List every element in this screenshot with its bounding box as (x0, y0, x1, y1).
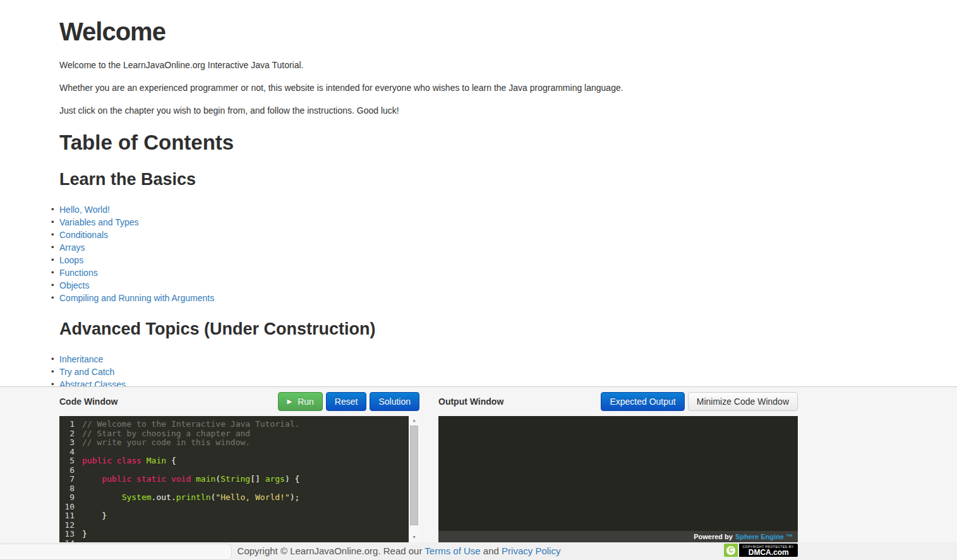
toc-link[interactable]: Conditionals (59, 230, 108, 240)
list-item: Inheritance (59, 353, 798, 366)
copyright-prefix: Copyright © LearnJavaOnline.org. Read ou… (238, 545, 425, 556)
code-token (191, 474, 196, 484)
solution-button[interactable]: Solution (370, 392, 419, 411)
code-token: class (117, 456, 141, 465)
code-line: // Start by choosing a chapter and (82, 429, 409, 439)
code-token: { (166, 456, 176, 465)
toc-link[interactable]: Objects (59, 280, 89, 290)
code-line: public class Main { (82, 456, 409, 466)
output-window: Powered by Sphere Engine ™ (438, 416, 798, 542)
line-number: 11 (59, 511, 75, 521)
terms-of-use-link[interactable]: Terms of Use (424, 545, 480, 556)
basics-list: Hello, World!Variables and TypesConditio… (59, 203, 798, 304)
line-number: 13 (59, 530, 75, 539)
code-line: System.out.println("Hello, World!"); (82, 493, 409, 503)
line-number: 5 (59, 456, 75, 466)
toc-link[interactable]: Inheritance (59, 354, 103, 364)
code-token: // write your code in this window. (82, 438, 250, 447)
line-number: 1 (59, 420, 75, 429)
powered-by-label: Powered by (694, 533, 733, 540)
minimize-code-window-button[interactable]: Minimize Code Window (688, 392, 798, 411)
code-line (82, 503, 409, 512)
toc-link[interactable]: Try and Catch (59, 367, 114, 377)
toc-link[interactable]: Hello, World! (59, 205, 110, 215)
list-item: Loops (59, 254, 798, 266)
code-line (82, 484, 409, 494)
list-item: Variables and Types (59, 216, 798, 229)
code-token (131, 474, 136, 484)
line-number: 12 (59, 521, 75, 530)
code-line: } (82, 511, 409, 521)
run-button[interactable]: ▶Run (278, 392, 322, 411)
list-item: Conditionals (59, 229, 798, 241)
dmca-badge[interactable]: C COPYRIGHT PROTECTED BY: DMCA.com (724, 544, 798, 557)
code-token: System (122, 492, 152, 502)
footer: Copyright © LearnJavaOnline.org. Read ou… (0, 542, 957, 560)
toc-link[interactable]: Compiling and Running with Arguments (59, 293, 214, 303)
code-token: public (82, 456, 112, 465)
code-token: println (176, 492, 211, 502)
code-token: ); (290, 492, 300, 502)
main-content: Welcome Welcome to the LearnJavaOnline.o… (0, 0, 798, 429)
code-token: public (102, 474, 131, 484)
code-token: // Start by choosing a chapter and (82, 429, 250, 438)
code-panel: Code Window ▶Run Reset Solution 12345678… (0, 386, 957, 560)
code-token (112, 456, 117, 465)
copyright-text: Copyright © LearnJavaOnline.org. Read ou… (238, 545, 561, 556)
dmca-c-icon: C (724, 544, 738, 557)
code-token: "Hello, World!" (215, 492, 289, 502)
toc-heading: Table of Contents (59, 131, 798, 155)
code-token (82, 474, 102, 484)
code-editor[interactable]: 1234567891011121314 // Welcome to the In… (59, 416, 419, 542)
line-number: 6 (59, 466, 75, 475)
scrollbar-thumb[interactable] (410, 426, 418, 525)
list-item: Compiling and Running with Arguments (59, 292, 798, 304)
toc-link[interactable]: Arrays (59, 242, 85, 253)
code-line: // write your code in this window. (82, 438, 409, 448)
list-item: Objects (59, 279, 798, 292)
toc-link[interactable]: Loops (59, 255, 83, 265)
line-number: 9 (59, 493, 75, 503)
privacy-policy-link[interactable]: Privacy Policy (502, 545, 560, 556)
code-token: void (171, 474, 191, 484)
and-word: and (481, 545, 502, 556)
line-number: 8 (59, 484, 75, 494)
scrollbar-down-icon[interactable]: ▼ (409, 533, 419, 542)
play-icon: ▶ (287, 398, 292, 405)
list-item: Try and Catch (59, 366, 798, 378)
intro-paragraph-3: Just click on the chapter you wish to be… (59, 104, 798, 117)
code-line (82, 448, 409, 457)
output-window-label: Output Window (438, 396, 503, 407)
code-line: // Welcome to the Interactive Java Tutor… (82, 420, 409, 429)
line-number: 7 (59, 475, 75, 484)
toc-link[interactable]: Variables and Types (59, 217, 139, 227)
line-number: 10 (59, 503, 75, 512)
code-token (82, 492, 122, 502)
reset-button[interactable]: Reset (326, 392, 367, 411)
page-title: Welcome (59, 18, 798, 46)
code-content[interactable]: // Welcome to the Interactive Java Tutor… (78, 416, 409, 542)
intro-paragraph-2: Whether you are an experienced programme… (59, 81, 798, 94)
scrollbar-up-icon[interactable]: ▲ (409, 416, 419, 426)
code-line (82, 521, 409, 530)
dmca-domain-text: DMCA.com (742, 549, 795, 557)
advanced-heading: Advanced Topics (Under Construction) (59, 319, 798, 339)
code-token: [] (250, 474, 265, 484)
code-token: String (220, 474, 250, 484)
code-token: args (265, 474, 285, 484)
code-scrollbar[interactable]: ▲ ▼ (409, 416, 419, 542)
toc-link[interactable]: Functions (59, 268, 98, 278)
expected-output-button[interactable]: Expected Output (601, 392, 684, 411)
line-number: 3 (59, 438, 75, 448)
line-number: 2 (59, 429, 75, 439)
code-line: public static void main(String[] args) { (82, 475, 409, 484)
code-token: ( (215, 474, 220, 484)
code-line (82, 466, 409, 475)
code-token: } (82, 511, 107, 520)
code-line: } (82, 530, 409, 539)
powered-by-bar: Powered by Sphere Engine ™ (438, 531, 798, 542)
code-token (141, 456, 147, 465)
list-item: Hello, World! (59, 203, 798, 216)
sphere-engine-link[interactable]: Sphere Engine ™ (735, 533, 793, 540)
intro-paragraph-1: Welcome to the LearnJavaOnline.org Inter… (59, 59, 798, 71)
